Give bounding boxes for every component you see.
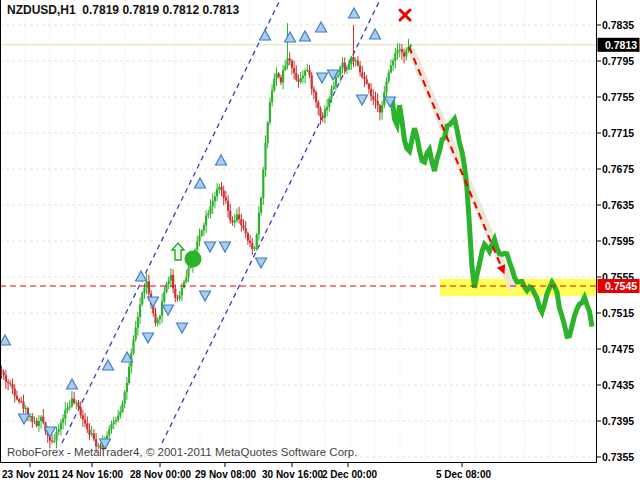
candle-body <box>84 420 86 424</box>
candle-body <box>253 247 255 249</box>
candle-body <box>399 49 401 50</box>
price-axis-label: 0.7475 <box>602 343 634 355</box>
candle-body <box>359 65 361 72</box>
candle-body <box>187 268 189 278</box>
candle-body <box>119 412 121 416</box>
candle-body <box>38 421 40 426</box>
candle-body <box>22 402 24 409</box>
candle-body <box>308 70 310 75</box>
candle-body <box>185 278 187 282</box>
candle-body <box>179 296 181 299</box>
candle-body <box>159 316 161 320</box>
candle-body <box>20 402 22 403</box>
candle-body <box>302 76 304 78</box>
candle-body <box>335 77 337 86</box>
candle-body <box>168 281 170 284</box>
candle-body <box>282 70 284 82</box>
candle-body <box>401 49 403 52</box>
date-axis-label: 29 Nov 08:00 <box>195 469 257 480</box>
candle-body <box>7 382 9 383</box>
fractal-up-icon <box>260 30 271 40</box>
candle-body <box>33 421 35 422</box>
candle-body <box>273 79 275 91</box>
candle-body <box>176 298 178 299</box>
candle-body <box>146 282 148 288</box>
candle-body <box>394 53 396 60</box>
fractal-down-icon <box>317 73 328 83</box>
candle-body <box>370 89 372 96</box>
candle-body <box>247 233 249 241</box>
candle-body <box>344 63 346 70</box>
candle-body <box>355 60 357 61</box>
candle-body <box>372 96 374 99</box>
candle-body <box>280 77 282 82</box>
candle-body <box>9 383 11 384</box>
candle-body <box>249 241 251 244</box>
fractal-down-icon <box>357 95 368 105</box>
chart-canvas[interactable]: 0.78350.77950.77550.77150.76750.76350.75… <box>0 0 640 480</box>
candle-body <box>82 415 84 419</box>
candle-body <box>42 417 44 423</box>
candle-body <box>300 78 302 82</box>
candle-body <box>212 201 214 206</box>
candle-body <box>154 313 156 323</box>
candle-body <box>333 86 335 89</box>
candle-body <box>115 420 117 422</box>
price-axis-label: 0.7835 <box>602 19 634 31</box>
candle-body <box>234 221 236 223</box>
candle-body <box>18 399 20 401</box>
candle-body <box>75 403 77 404</box>
candle-body <box>240 219 242 225</box>
candle-body <box>388 72 390 81</box>
candle-body <box>225 198 227 201</box>
fractal-up-icon <box>0 335 11 345</box>
candle-body <box>53 441 55 442</box>
candle-body <box>60 423 62 430</box>
candle-body <box>306 70 308 71</box>
candle-body <box>396 50 398 53</box>
candle-body <box>117 416 119 421</box>
fractal-up-icon <box>103 360 114 370</box>
candle-body <box>361 73 363 78</box>
candle-body <box>73 399 75 403</box>
fractal-down-icon <box>177 323 188 333</box>
price-axis-label: 0.7715 <box>602 127 634 139</box>
price-axis-label: 0.7435 <box>602 379 634 391</box>
candle-body <box>311 75 313 89</box>
candle-body <box>203 225 205 230</box>
candle-body <box>62 418 64 422</box>
candle-body <box>216 189 218 196</box>
price-axis-label: 0.7395 <box>602 415 634 427</box>
candle-body <box>198 235 200 241</box>
candle-body <box>245 228 247 233</box>
candle-body <box>137 317 139 328</box>
fractal-up-icon <box>285 32 296 42</box>
time-axis[interactable]: 23 Nov 201124 Nov 16:0028 Nov 00:0029 No… <box>2 463 491 480</box>
fractal-down-icon <box>205 242 216 252</box>
candle-body <box>341 63 343 67</box>
candle-body <box>293 68 295 73</box>
price-axis-label: 0.7675 <box>602 163 634 175</box>
candle-body <box>121 404 123 412</box>
candle-body <box>242 225 244 228</box>
candle-body <box>196 241 198 249</box>
bid-price-box-label: 0.7813 <box>605 39 637 51</box>
candle-body <box>264 143 266 170</box>
candle-body <box>251 243 253 249</box>
candle-body <box>64 410 66 419</box>
candle-body <box>278 73 280 77</box>
date-axis-label: 28 Nov 00:00 <box>130 469 192 480</box>
candle-body <box>5 375 7 382</box>
candle-body <box>126 383 128 392</box>
candle-body <box>124 392 126 403</box>
candle-body <box>209 206 211 213</box>
candle-body <box>284 66 286 70</box>
fractal-up-icon <box>300 31 311 41</box>
price-axis-label: 0.7355 <box>602 451 634 463</box>
candle-body <box>77 403 79 408</box>
chart-plot-svg[interactable]: 0.78350.77950.77550.77150.76750.76350.75… <box>0 0 640 480</box>
candle-body <box>403 52 405 56</box>
price-axis[interactable]: 0.78350.77950.77550.77150.76750.76350.75… <box>596 19 634 463</box>
candle-body <box>269 102 271 122</box>
candle-body <box>55 432 57 441</box>
